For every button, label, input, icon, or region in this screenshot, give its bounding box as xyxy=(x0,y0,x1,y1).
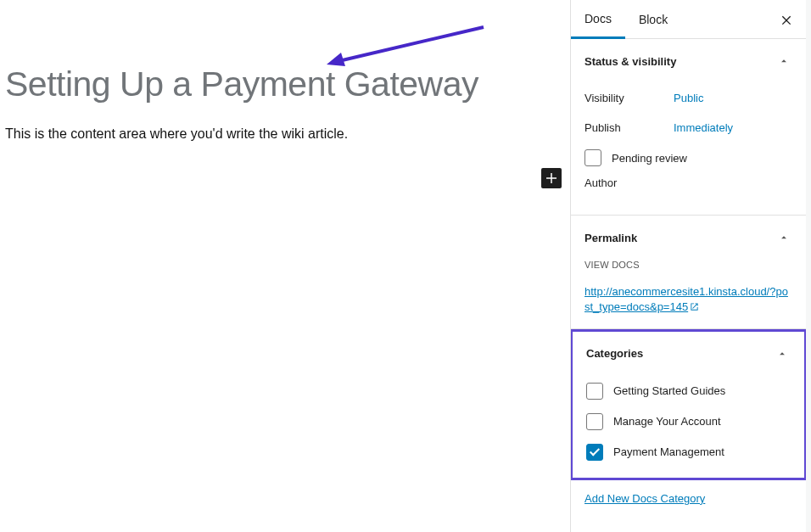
permalink-url[interactable]: http://anecommercesite1.kinsta.cloud/?po… xyxy=(584,285,788,313)
external-link-icon xyxy=(690,300,699,315)
category-label: Manage Your Account xyxy=(613,415,721,428)
category-item: Payment Management xyxy=(586,437,791,468)
permalink-toggle[interactable]: Permalink xyxy=(571,216,806,260)
pending-review-row: Pending review xyxy=(584,143,792,173)
tab-docs[interactable]: Docs xyxy=(571,0,625,39)
author-label: Author xyxy=(584,173,792,201)
close-sidebar-button[interactable] xyxy=(775,8,797,31)
categories-toggle[interactable]: Categories xyxy=(573,332,804,376)
tab-block[interactable]: Block xyxy=(625,0,681,39)
close-icon xyxy=(780,13,793,26)
chevron-up-icon xyxy=(775,53,792,70)
sidebar-tabs: Docs Block xyxy=(571,0,806,39)
add-new-category-link[interactable]: Add New Docs Category xyxy=(571,480,806,517)
plus-icon xyxy=(544,171,559,186)
categories-highlight: Categories Getting Started Guides Manage… xyxy=(571,329,807,480)
permalink-panel: Permalink VIEW DOCS http://anecommercesi… xyxy=(571,216,806,329)
category-item: Manage Your Account xyxy=(586,406,791,437)
view-docs-label: VIEW DOCS xyxy=(584,260,792,283)
visibility-value[interactable]: Public xyxy=(674,92,703,104)
post-title[interactable]: Setting Up a Payment Gateway xyxy=(5,64,565,104)
category-label: Payment Management xyxy=(613,445,724,458)
panel-title: Permalink xyxy=(584,232,637,244)
post-content[interactable]: This is the content area where you'd wri… xyxy=(5,126,565,142)
categories-list: Getting Started Guides Manage Your Accou… xyxy=(573,376,804,478)
publish-label: Publish xyxy=(584,121,674,134)
panel-title: Status & visibility xyxy=(584,55,676,68)
chevron-up-icon xyxy=(774,345,791,362)
visibility-row: Visibility Public xyxy=(584,83,792,113)
visibility-label: Visibility xyxy=(584,92,674,104)
status-visibility-toggle[interactable]: Status & visibility xyxy=(571,39,806,83)
category-checkbox-manage-account[interactable] xyxy=(586,413,603,430)
publish-row: Publish Immediately xyxy=(584,113,792,143)
categories-panel: Categories Getting Started Guides Manage… xyxy=(573,332,804,478)
add-block-button[interactable] xyxy=(541,168,562,188)
panel-title: Categories xyxy=(586,347,643,360)
category-checkbox-payment-management[interactable] xyxy=(586,444,603,461)
publish-value[interactable]: Immediately xyxy=(674,121,733,134)
chevron-up-icon xyxy=(775,229,792,246)
category-checkbox-getting-started[interactable] xyxy=(586,383,603,400)
category-label: Getting Started Guides xyxy=(613,384,725,397)
editor-area: Setting Up a Payment Gateway This is the… xyxy=(0,0,570,532)
category-item: Getting Started Guides xyxy=(586,376,791,406)
pending-review-checkbox[interactable] xyxy=(584,149,601,166)
status-visibility-panel: Status & visibility Visibility Public Pu… xyxy=(571,39,806,216)
settings-sidebar: Docs Block Status & visibility Visibilit… xyxy=(570,0,811,532)
pending-review-label: Pending review xyxy=(612,152,687,165)
